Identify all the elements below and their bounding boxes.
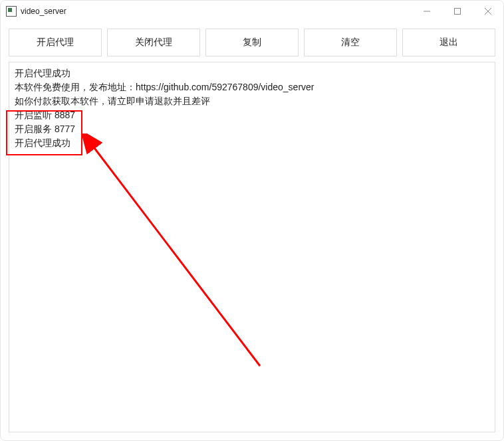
close-button[interactable] <box>473 1 503 22</box>
exit-button[interactable]: 退出 <box>402 29 495 56</box>
log-line: 如你付款获取本软件，请立即申请退款并且差评 <box>15 94 489 108</box>
app-icon <box>6 6 17 17</box>
log-line: 开启代理成功 <box>15 136 489 150</box>
log-line: 本软件免费使用，发布地址：https://github.com/59276780… <box>15 80 489 94</box>
copy-button[interactable]: 复制 <box>205 29 299 56</box>
clear-button[interactable]: 清空 <box>304 29 397 56</box>
maximize-button[interactable] <box>442 1 473 22</box>
minimize-button[interactable] <box>412 1 442 22</box>
log-area[interactable]: 开启代理成功 本软件免费使用，发布地址：https://github.com/5… <box>9 62 495 432</box>
app-window: video_server 开启代理 关闭代理 复制 清空 退出 开启代理成功 本… <box>0 0 504 441</box>
log-line: 开启代理成功 <box>15 66 489 80</box>
log-line: 开启监听 8887 <box>15 108 489 122</box>
toolbar: 开启代理 关闭代理 复制 清空 退出 <box>1 22 503 62</box>
window-title: video_server <box>21 7 66 16</box>
start-proxy-button[interactable]: 开启代理 <box>9 29 102 56</box>
stop-proxy-button[interactable]: 关闭代理 <box>107 29 200 56</box>
titlebar: video_server <box>1 1 503 22</box>
log-line: 开启服务 8777 <box>15 122 489 136</box>
window-controls <box>412 1 503 22</box>
svg-rect-1 <box>455 9 461 15</box>
